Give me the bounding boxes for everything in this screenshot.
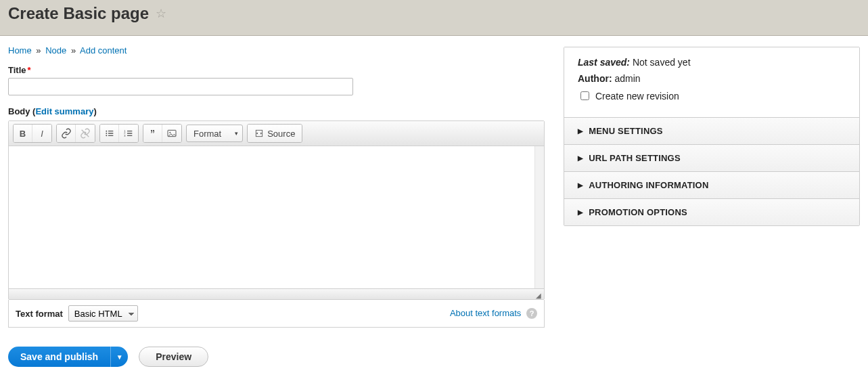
breadcrumb-home[interactable]: Home xyxy=(8,45,32,56)
editor-toolbar: B I 123 xyxy=(9,121,544,146)
last-saved-label: Last saved: xyxy=(578,57,630,68)
unlink-button[interactable] xyxy=(76,125,95,142)
section-label: MENU SETTINGS xyxy=(589,126,663,136)
title-label: Title* xyxy=(8,65,545,75)
triangle-right-icon: ▶ xyxy=(578,208,583,216)
chevron-down-icon: ▼ xyxy=(116,353,123,361)
bulleted-list-button[interactable] xyxy=(100,125,119,142)
text-format-label: Text format xyxy=(16,309,63,319)
section-url-path-settings[interactable]: ▶ URL PATH SETTINGS xyxy=(564,145,859,172)
format-dropdown[interactable]: Format ▾ xyxy=(186,125,243,142)
source-icon xyxy=(254,129,264,138)
title-label-text: Title xyxy=(8,65,26,75)
section-promotion-options[interactable]: ▶ PROMOTION OPTIONS xyxy=(564,199,859,225)
section-label: PROMOTION OPTIONS xyxy=(589,207,687,217)
text-format-bar: Text format Basic HTML About text format… xyxy=(8,300,545,328)
about-text-formats-link[interactable]: About text formats xyxy=(450,308,522,318)
breadcrumb: Home » Node » Add content xyxy=(8,45,545,56)
breadcrumb-node[interactable]: Node xyxy=(45,45,66,56)
blockquote-button[interactable]: ” xyxy=(143,125,162,142)
editor-resize-handle[interactable] xyxy=(9,288,544,299)
create-revision-label: Create new revision xyxy=(595,91,679,102)
editor-scrollbar[interactable] xyxy=(534,146,544,288)
sidebar-settings: Last saved: Not saved yet Author: admin … xyxy=(564,47,860,226)
svg-point-7 xyxy=(169,132,170,133)
section-menu-settings[interactable]: ▶ MENU SETTINGS xyxy=(564,118,859,145)
body-label-suffix: ) xyxy=(93,106,96,116)
svg-point-0 xyxy=(106,131,107,132)
italic-button[interactable]: I xyxy=(32,125,51,142)
body-label-prefix: Body ( xyxy=(8,106,35,116)
last-saved-value: Not saved yet xyxy=(633,57,691,68)
body-label: Body (Edit summary) xyxy=(8,106,545,116)
format-dropdown-label: Format xyxy=(193,129,221,139)
preview-button[interactable]: Preview xyxy=(139,347,208,367)
svg-point-2 xyxy=(106,135,107,136)
page-title: Create Basic page xyxy=(8,4,149,23)
save-publish-split-button: Save and publish ▼ xyxy=(8,347,128,367)
status-block: Last saved: Not saved yet Author: admin … xyxy=(564,47,859,118)
save-publish-dropdown[interactable]: ▼ xyxy=(110,347,128,367)
chevron-down-icon: ▾ xyxy=(235,130,238,137)
required-marker: * xyxy=(28,65,31,75)
breadcrumb-sep: » xyxy=(36,45,41,56)
triangle-right-icon: ▶ xyxy=(578,127,583,135)
breadcrumb-add-content[interactable]: Add content xyxy=(80,45,127,56)
section-label: URL PATH SETTINGS xyxy=(589,153,681,163)
body-editor: B I 123 xyxy=(8,120,545,300)
svg-point-1 xyxy=(106,133,107,134)
link-icon xyxy=(61,128,72,139)
svg-text:3: 3 xyxy=(124,134,126,137)
numbered-list-button[interactable]: 123 xyxy=(119,125,138,142)
image-button[interactable] xyxy=(162,125,181,142)
triangle-right-icon: ▶ xyxy=(578,154,583,162)
image-icon xyxy=(166,128,177,139)
unlink-icon xyxy=(80,128,91,139)
editor-body-area xyxy=(9,146,544,288)
edit-summary-link[interactable]: Edit summary xyxy=(35,106,93,116)
breadcrumb-sep: » xyxy=(71,45,76,56)
source-button-label: Source xyxy=(267,129,295,139)
source-button[interactable]: Source xyxy=(248,125,302,142)
numbered-list-icon: 123 xyxy=(123,128,134,139)
help-icon[interactable]: ? xyxy=(526,308,537,319)
bulleted-list-icon xyxy=(104,128,115,139)
text-format-select[interactable]: Basic HTML xyxy=(68,305,138,322)
author-value: admin xyxy=(614,73,640,84)
section-authoring-information[interactable]: ▶ AUTHORING INFORMATION xyxy=(564,172,859,199)
save-publish-button[interactable]: Save and publish xyxy=(8,347,110,367)
title-input[interactable] xyxy=(8,78,353,95)
section-label: AUTHORING INFORMATION xyxy=(589,180,708,190)
star-icon[interactable]: ☆ xyxy=(156,6,166,21)
create-revision-checkbox[interactable] xyxy=(580,91,589,100)
triangle-right-icon: ▶ xyxy=(578,181,583,189)
link-button[interactable] xyxy=(57,125,76,142)
body-textarea[interactable] xyxy=(9,146,534,288)
bold-button[interactable]: B xyxy=(14,125,32,142)
author-label: Author: xyxy=(578,73,612,84)
